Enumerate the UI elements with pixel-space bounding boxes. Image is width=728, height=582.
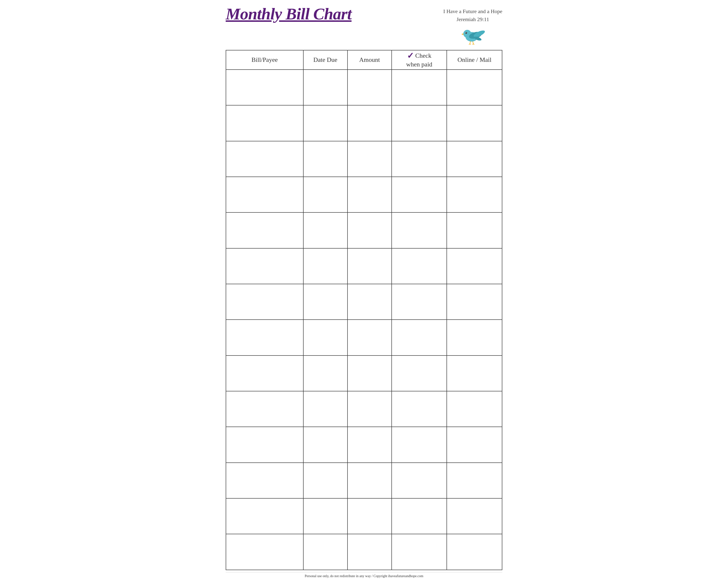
cell-row12-col3[interactable]: [392, 498, 447, 534]
cell-row6-col2[interactable]: [347, 284, 392, 320]
cell-row6-col1[interactable]: [303, 284, 347, 320]
bird-illustration: [459, 23, 486, 45]
cell-row2-col3[interactable]: [392, 141, 447, 177]
table-row: [226, 213, 502, 248]
cell-row7-col1[interactable]: [303, 320, 347, 355]
cell-row7-col3[interactable]: [392, 320, 447, 355]
cell-row8-col1[interactable]: [303, 356, 347, 391]
cell-row9-col1[interactable]: [303, 391, 347, 427]
cell-row11-col4[interactable]: [447, 463, 502, 498]
footer: Personal use only, do not redistribute i…: [226, 572, 502, 580]
table-row: [226, 141, 502, 177]
cell-row3-col1[interactable]: [303, 177, 347, 213]
col-header-date: Date Due: [303, 50, 347, 70]
svg-line-8: [470, 41, 471, 44]
cell-row9-col4[interactable]: [447, 391, 502, 427]
cell-row0-col4[interactable]: [447, 70, 502, 105]
check-header-content: ✓ Check when paid: [392, 52, 447, 68]
cell-row12-col4[interactable]: [447, 498, 502, 534]
table-body: [226, 70, 502, 570]
cell-row1-col4[interactable]: [447, 105, 502, 141]
table-row: [226, 391, 502, 427]
cell-row4-col3[interactable]: [392, 213, 447, 248]
cell-row1-col3[interactable]: [392, 105, 447, 141]
cell-row8-col4[interactable]: [447, 356, 502, 391]
cell-row5-col4[interactable]: [447, 248, 502, 284]
cell-row0-col0[interactable]: [226, 70, 303, 105]
cell-row2-col4[interactable]: [447, 141, 502, 177]
cell-row4-col2[interactable]: [347, 213, 392, 248]
cell-row5-col2[interactable]: [347, 248, 392, 284]
table-row: [226, 534, 502, 570]
cell-row6-col4[interactable]: [447, 284, 502, 320]
checkmark-icon: ✓: [407, 52, 414, 60]
cell-row7-col0[interactable]: [226, 320, 303, 355]
cell-row8-col2[interactable]: [347, 356, 392, 391]
footer-text: Personal use only, do not redistribute i…: [305, 574, 423, 578]
cell-row13-col0[interactable]: [226, 534, 303, 570]
cell-row4-col0[interactable]: [226, 213, 303, 248]
svg-marker-2: [462, 33, 464, 35]
cell-row8-col0[interactable]: [226, 356, 303, 391]
cell-row3-col4[interactable]: [447, 177, 502, 213]
page: Monthly Bill Chart I Have a Future and a…: [218, 0, 510, 582]
cell-row2-col1[interactable]: [303, 141, 347, 177]
table-row: [226, 177, 502, 213]
cell-row0-col3[interactable]: [392, 70, 447, 105]
table-row: [226, 356, 502, 391]
cell-row1-col1[interactable]: [303, 105, 347, 141]
cell-row13-col3[interactable]: [392, 534, 447, 570]
cell-row1-col2[interactable]: [347, 105, 392, 141]
cell-row11-col0[interactable]: [226, 463, 303, 498]
cell-row7-col2[interactable]: [347, 320, 392, 355]
cell-row1-col0[interactable]: [226, 105, 303, 141]
cell-row3-col0[interactable]: [226, 177, 303, 213]
cell-row11-col2[interactable]: [347, 463, 392, 498]
cell-row6-col3[interactable]: [392, 284, 447, 320]
tagline-line2: Jeremiah 29:11: [457, 15, 489, 23]
cell-row13-col4[interactable]: [447, 534, 502, 570]
cell-row13-col1[interactable]: [303, 534, 347, 570]
cell-row9-col0[interactable]: [226, 391, 303, 427]
cell-row11-col1[interactable]: [303, 463, 347, 498]
check-label-when-paid: when paid: [406, 61, 433, 68]
cell-row5-col3[interactable]: [392, 248, 447, 284]
cell-row12-col1[interactable]: [303, 498, 347, 534]
bill-chart-table: Bill/Payee Date Due Amount ✓ Check when …: [226, 50, 502, 570]
page-title: Monthly Bill Chart: [226, 5, 352, 23]
tagline-line1: I Have a Future and a Hope: [443, 7, 502, 15]
cell-row7-col4[interactable]: [447, 320, 502, 355]
cell-row10-col1[interactable]: [303, 427, 347, 463]
cell-row4-col1[interactable]: [303, 213, 347, 248]
cell-row10-col2[interactable]: [347, 427, 392, 463]
title-area: Monthly Bill Chart: [226, 5, 352, 23]
cell-row10-col4[interactable]: [447, 427, 502, 463]
cell-row11-col3[interactable]: [392, 463, 447, 498]
cell-row6-col0[interactable]: [226, 284, 303, 320]
svg-point-4: [466, 32, 466, 33]
table-row: [226, 320, 502, 355]
bird-icon: [459, 23, 486, 45]
cell-row0-col1[interactable]: [303, 70, 347, 105]
cell-row9-col3[interactable]: [392, 391, 447, 427]
svg-line-9: [473, 41, 473, 44]
cell-row13-col2[interactable]: [347, 534, 392, 570]
cell-row12-col2[interactable]: [347, 498, 392, 534]
cell-row2-col2[interactable]: [347, 141, 392, 177]
cell-row3-col2[interactable]: [347, 177, 392, 213]
cell-row0-col2[interactable]: [347, 70, 392, 105]
cell-row9-col2[interactable]: [347, 391, 392, 427]
cell-row12-col0[interactable]: [226, 498, 303, 534]
cell-row10-col0[interactable]: [226, 427, 303, 463]
cell-row3-col3[interactable]: [392, 177, 447, 213]
table-row: [226, 463, 502, 498]
table-row: [226, 70, 502, 105]
cell-row5-col0[interactable]: [226, 248, 303, 284]
table-row: [226, 248, 502, 284]
tagline-area: I Have a Future and a Hope Jeremiah 29:1…: [443, 7, 502, 45]
cell-row2-col0[interactable]: [226, 141, 303, 177]
cell-row4-col4[interactable]: [447, 213, 502, 248]
cell-row5-col1[interactable]: [303, 248, 347, 284]
cell-row10-col3[interactable]: [392, 427, 447, 463]
cell-row8-col3[interactable]: [392, 356, 447, 391]
